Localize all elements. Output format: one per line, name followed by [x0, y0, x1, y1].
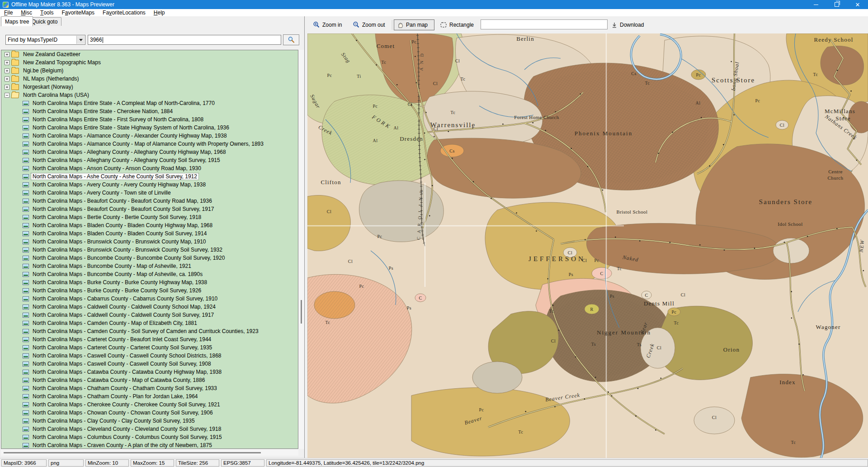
map-thumbnail-icon [23, 337, 29, 342]
tree-item-map[interactable]: North Carolina Maps - Alamance County - … [1, 132, 298, 140]
tree-item-map[interactable]: North Carolina Maps - Brunswick County -… [1, 238, 298, 246]
tree-item-map[interactable]: North Carolina Maps - Caldwell County - … [1, 311, 298, 319]
tree-item-map[interactable]: North Carolina Maps - Ashe County - Ashe… [1, 172, 298, 181]
tree-vertical-scrollbar[interactable] [298, 50, 304, 449]
tree-item-map[interactable]: North Carolina Maps Entire State - First… [1, 115, 298, 124]
tree-item-map[interactable]: North Carolina Maps - Carteret County - … [1, 335, 298, 343]
tree-item-map[interactable]: North Carolina Maps - Bladen County - Bl… [1, 221, 298, 229]
menu-favoritemaps[interactable]: FavoriteMaps [57, 9, 99, 16]
map-viewport[interactable]: CometBerlinReedy SchoolScotts StoreMcMil… [307, 33, 868, 458]
tree-item-map[interactable]: North Carolina Maps Entire State - Chero… [1, 107, 298, 115]
zoom-out-button[interactable]: Zoom out [350, 19, 388, 30]
tree-item-map[interactable]: North Carolina Maps - Burke County - Bur… [1, 278, 298, 286]
map-thumbnail-icon [23, 248, 29, 253]
tree-item-map[interactable]: North Carolina Maps - Avery County - Tow… [1, 189, 298, 197]
vscroll-thumb[interactable] [301, 300, 302, 324]
house-dot [424, 133, 425, 134]
tree-item-label: North Carolina Maps - Caldwell County - … [31, 304, 217, 310]
expand-icon[interactable] [5, 52, 9, 57]
map-thumbnail-icon [23, 142, 29, 147]
tree-item-map[interactable]: North Carolina Maps - Caldwell County - … [1, 303, 298, 311]
tree-item-map[interactable]: North Carolina Maps - Chowan County - Ch… [1, 409, 298, 417]
menu-file[interactable]: File [0, 9, 17, 16]
tree-item-map[interactable]: North Carolina Maps - Bertie County - Be… [1, 213, 298, 221]
tree-item-map[interactable]: North Carolina Maps Entire State - A Com… [1, 99, 298, 107]
tree-item-map[interactable]: North Carolina Maps - Cleveland County -… [1, 425, 298, 433]
title-bar: Offline Map Maker 8.363 - Maps Previewer… [0, 0, 868, 9]
find-mode-select[interactable]: Find by MapsTypeID [5, 35, 85, 45]
search-button[interactable] [283, 34, 299, 45]
chevron-down-icon[interactable] [76, 36, 85, 44]
tree-item-folder[interactable]: North Carolina Maps (USA) [1, 91, 298, 99]
tree-item-map[interactable]: North Carolina Maps - Brunswick County -… [1, 246, 298, 254]
pan-map-button[interactable]: Pan map [394, 19, 434, 30]
tree-item-map[interactable]: North Carolina Maps - Chatham County - C… [1, 384, 298, 392]
status-cell-5: EPSG:3857 [221, 459, 264, 467]
tree-item-map[interactable]: North Carolina Maps - Beaufort County - … [1, 205, 298, 213]
tree-item-map[interactable]: North Carolina Maps - Burke County - Bur… [1, 286, 298, 295]
coordinate-input[interactable] [481, 19, 608, 29]
tree-item-map[interactable]: North Carolina Maps - Columbus County - … [1, 433, 298, 441]
tree-item-map[interactable]: North Carolina Maps - Camden County - Ma… [1, 319, 298, 327]
tree-item-label: North Carolina Maps - Avery County - Ave… [31, 181, 207, 188]
expand-icon[interactable] [5, 60, 9, 65]
tab-maps-tree[interactable]: Maps tree [1, 16, 33, 26]
expand-icon[interactable] [5, 68, 9, 73]
tree-item-map[interactable]: North Carolina Maps - Buncombe County - … [1, 270, 298, 278]
menu-help[interactable]: Help [150, 9, 169, 16]
soil-code-label: Pc [412, 39, 417, 44]
hscroll-thumb[interactable] [4, 452, 261, 453]
map-label: Bristol School [617, 209, 648, 214]
expand-icon[interactable] [5, 76, 9, 81]
house-dot [536, 230, 537, 232]
tree-item-map[interactable]: North Carolina Maps - Avery County - Ave… [1, 181, 298, 189]
tree-item-map[interactable]: North Carolina Maps - Caswell County - C… [1, 352, 298, 360]
soil-code-label: Cl [455, 58, 460, 63]
tree-item-map[interactable]: North Carolina Maps - Alamance County - … [1, 140, 298, 148]
tree-item-folder[interactable]: NL Maps (Netherlands) [1, 75, 298, 83]
menu-favoritelocations[interactable]: FavoriteLocations [99, 9, 150, 16]
tree-item-map[interactable]: North Carolina Maps - Buncombe County - … [1, 254, 298, 262]
soil-code-label: Cl [582, 258, 587, 263]
tree-horizontal-scrollbar[interactable] [1, 450, 298, 456]
minimize-button[interactable] [806, 0, 826, 9]
tree-item-label: North Carolina Maps - Buncombe County - … [31, 263, 193, 269]
tree-item-map[interactable]: North Carolina Maps - Caswell County - C… [1, 360, 298, 368]
tree-item-map[interactable]: North Carolina Maps - Buncombe County - … [1, 262, 298, 270]
collapse-icon[interactable] [5, 93, 9, 98]
menu-misc[interactable]: Misc [17, 9, 36, 16]
restore-button[interactable] [826, 0, 847, 9]
tree-item-map[interactable]: North Carolina Maps Entire State - State… [1, 124, 298, 132]
tree-item-map[interactable]: North Carolina Maps - Cherokee County - … [1, 400, 298, 409]
search-input[interactable]: 3966 [88, 35, 281, 45]
download-button[interactable]: Download [609, 19, 646, 30]
tree-item-label: North Carolina Maps - Cherokee County - … [31, 401, 222, 408]
map-label: Orion [723, 346, 740, 353]
zoom-in-button[interactable]: Zoom in [310, 19, 344, 30]
tree-item-map[interactable]: North Carolina Maps - Alleghany County -… [1, 148, 298, 156]
house-dot [798, 343, 800, 345]
expand-icon[interactable] [5, 85, 9, 90]
menu-tools[interactable]: Tools [36, 9, 57, 16]
tree-item-map[interactable]: North Carolina Maps - Craven County - A … [1, 441, 298, 449]
close-button[interactable]: ✕ [847, 0, 868, 9]
tree-item-map[interactable]: North Carolina Maps - Cabarrus County - … [1, 295, 298, 303]
tree-item-map[interactable]: North Carolina Maps - Camden County - So… [1, 327, 298, 335]
tree-item-map[interactable]: North Carolina Maps - Catawba County - M… [1, 376, 298, 384]
rectangle-button[interactable]: Rectangle [437, 19, 476, 30]
tree-item-map[interactable]: North Carolina Maps - Chatham County - P… [1, 392, 298, 400]
tree-item-folder[interactable]: Ngi.be (Belgium) [1, 67, 298, 75]
house-dot [525, 411, 526, 412]
tree-item-map[interactable]: North Carolina Maps - Clay County - Clay… [1, 417, 298, 425]
tree-item-folder[interactable]: Norgeskart (Norway) [1, 83, 298, 91]
house-dot [580, 94, 581, 95]
tree-item-map[interactable]: North Carolina Maps - Anson County - Ans… [1, 164, 298, 172]
tree-item-map[interactable]: North Carolina Maps - Alleghany County -… [1, 156, 298, 164]
tree-item-folder[interactable]: New Zealand Topographic Maps [1, 58, 298, 67]
tree-item-folder[interactable]: New Zealand Gazetteer [1, 50, 298, 58]
tree-item-map[interactable]: North Carolina Maps - Carteret County - … [1, 343, 298, 352]
map-thumbnail-icon [23, 321, 29, 326]
tree-item-map[interactable]: North Carolina Maps - Bladen County - Bl… [1, 229, 298, 238]
tree-item-map[interactable]: North Carolina Maps - Beaufort County - … [1, 197, 298, 205]
tree-item-map[interactable]: North Carolina Maps - Catawba County - C… [1, 368, 298, 376]
